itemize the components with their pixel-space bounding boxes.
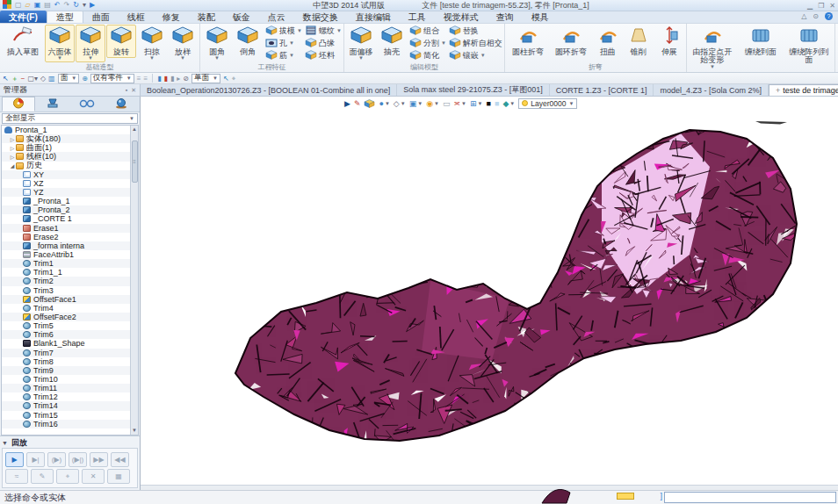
app-logo-icon[interactable] (3, 0, 11, 11)
tree-item-erase1[interactable]: Erase1 (2, 224, 130, 233)
manager-tab-visibility-manager[interactable] (70, 97, 104, 112)
plane-display-icon[interactable]: ▣▼ (409, 98, 423, 109)
tree-item-xz[interactable]: XZ (2, 179, 130, 188)
ribbon-button--[interactable]: 拉伸▼ (76, 25, 105, 62)
pick-first-icon[interactable]: ▮ (157, 74, 161, 83)
scroll-up-icon[interactable]: ▲ (132, 126, 137, 133)
group-icon[interactable]: ≡ (143, 74, 148, 83)
document-tab-5[interactable]: +teste de trimagem-55.Z3 - [Pronta_1]× (769, 84, 838, 96)
remove-from-selection-icon[interactable]: − (21, 74, 25, 83)
close-button[interactable]: ✕ (829, 2, 835, 10)
expander-closed-icon[interactable]: ▷ (9, 136, 16, 142)
add-to-selection-icon[interactable]: ＋ (11, 74, 18, 83)
tree-item-blank1_shape[interactable]: Blank1_Shape (2, 339, 130, 348)
ribbon-button--[interactable]: 抽壳 (377, 25, 407, 58)
tree-item-trim10[interactable]: Trim10 (2, 375, 130, 384)
tree-item-_corte-1[interactable]: _CORTE 1 (2, 214, 130, 223)
restore-button[interactable]: ❒ (818, 2, 824, 10)
save-icon[interactable]: ▣ (34, 1, 41, 10)
ribbon-button--[interactable]: 坯料 (305, 49, 342, 61)
history-dropdown-icon[interactable]: ▾ (83, 1, 86, 10)
ribbon-button--[interactable]: 由指定点开始变形▼ (689, 25, 736, 71)
settings-icon[interactable]: ⊙ (813, 12, 819, 20)
scroll-thumb[interactable]: ≡ (132, 140, 138, 183)
ribbon-button--[interactable]: 锥削 (624, 25, 654, 58)
ribbon-tab-assembly[interactable]: 装配 (189, 11, 224, 23)
window-select-icon[interactable]: ▢▾ (27, 74, 38, 83)
document-tab-4[interactable]: model_4.Z3 - [Sola Com 2%] (654, 84, 769, 96)
ribbon-tab-surface[interactable]: 曲面 (83, 11, 119, 23)
tree-item-_pronta_2[interactable]: _Pronta_2 (2, 205, 130, 214)
section-view-icon[interactable]: ≍▼ (454, 98, 467, 109)
tree-item-erase2[interactable]: Erase2 (2, 233, 130, 241)
tree-item-trim6[interactable]: Trim6 (2, 330, 130, 339)
tree-item-trim3[interactable]: Trim3 (2, 286, 130, 295)
ribbon-tab-file[interactable]: 文件(F) (0, 11, 47, 23)
open-file-icon[interactable]: ▱ (25, 1, 31, 10)
minimize-button[interactable]: ▁ (807, 2, 813, 10)
tree-item-trim1[interactable]: Trim1 (2, 259, 130, 268)
tree-item-trim4[interactable]: Trim4 (2, 304, 130, 313)
polygon-select-icon[interactable]: ◇ (40, 74, 46, 83)
ribbon-button--[interactable]: 扭曲 (593, 25, 623, 58)
tree-scrollbar[interactable]: ▲ ≡ ▼ (130, 126, 138, 435)
ribbon-button--[interactable]: 放样▼ (168, 25, 198, 62)
material-mode-icon[interactable]: ◆▼ (502, 98, 515, 109)
ribbon-button--[interactable]: 插入草图 (2, 25, 44, 58)
document-tab-2[interactable]: Sola max steel 29-21075.Z3 - [草图001] (397, 84, 550, 96)
undo-icon[interactable]: ↶ (54, 1, 61, 10)
ribbon-tab-shape[interactable]: 造型 (47, 11, 83, 23)
tree-item-trim16[interactable]: Trim16 (2, 420, 130, 428)
tree-filter-select[interactable]: 全部显示 ▼ (2, 113, 138, 124)
selection-arrow-icon[interactable]: ↖ (3, 74, 9, 83)
tree-item-pronta_1[interactable]: Pronta_1 (2, 126, 130, 134)
help-icon[interactable]: ? (825, 12, 833, 20)
foreground-color-swatch[interactable]: ■ (487, 98, 491, 109)
document-tab-1[interactable]: Boolean_Operation20130726.Z3 - [BOOLEAN … (141, 84, 397, 96)
ribbon-tab-direct-edit[interactable]: 直接编辑 (347, 11, 400, 23)
ribbon-button--[interactable]: 倒角 (233, 25, 263, 58)
tree-item-trim7[interactable]: Trim7 (2, 349, 130, 357)
tree-item-trim1_1[interactable]: Trim1_1 (2, 268, 130, 277)
pick-last-icon[interactable]: ▸ (177, 74, 180, 83)
fast-forward-button[interactable]: ▶▶ (90, 452, 108, 467)
expander-closed-icon[interactable]: ▷ (9, 145, 16, 151)
ribbon-button--[interactable]: 面偏移▼ (346, 25, 376, 62)
ribbon-button--[interactable]: 六面体▼ (45, 25, 75, 62)
tree-item-trim15[interactable]: Trim15 (2, 411, 130, 420)
new-file-icon[interactable]: ▢ (15, 1, 22, 10)
tree-item-xy[interactable]: XY (2, 170, 130, 179)
play-from-current-button[interactable]: (▶) (47, 452, 66, 467)
manager-tab-assembly-manager[interactable] (36, 97, 69, 112)
play-to-current-button[interactable]: (▶|) (69, 452, 87, 467)
step-to-end-button[interactable]: ▶| (26, 452, 45, 467)
panel-close-icon[interactable]: ✕ (131, 87, 136, 94)
image-tool-button[interactable]: ▦ (107, 469, 130, 484)
collapse-triangle-icon[interactable]: ▼ (2, 440, 8, 446)
model-canvas-sole-lattice[interactable] (141, 97, 838, 485)
no-filter-icon[interactable]: ⊘ (183, 74, 189, 83)
tree-item-_pronta_1[interactable]: _Pronta_1 (2, 197, 130, 205)
ribbon-tab-wireframe[interactable]: 线框 (119, 11, 154, 23)
ribbon-button--[interactable]: 缠绕到面 (737, 25, 784, 58)
ribbon-tab-repair[interactable]: 修复 (154, 11, 189, 23)
part-scope-icon[interactable]: ⊕ (82, 74, 88, 83)
pick-next-icon[interactable]: ▮ (170, 74, 174, 83)
tree-item-trim9[interactable]: Trim9 (2, 366, 130, 375)
ribbon-button--[interactable]: 简化 (409, 49, 446, 61)
tree-item--180-[interactable]: ▷实体(180) (2, 134, 130, 143)
expander-open-icon[interactable]: ◢ (9, 162, 16, 169)
tree-item--[interactable]: ◢历史 (2, 162, 130, 170)
collapse-ribbon-icon[interactable]: △ (801, 12, 806, 20)
tree-item-trim11[interactable]: Trim11 (2, 384, 130, 392)
tree-item--1-[interactable]: ▷曲面(1) (2, 143, 130, 152)
tree-item-trim12[interactable]: Trim12 (2, 392, 130, 401)
tree-item-yz[interactable]: YZ (2, 188, 130, 197)
single-view-icon[interactable]: ▭ (443, 98, 451, 109)
pick-red-icon[interactable]: ▮ (164, 74, 168, 83)
ribbon-tab-point-cloud[interactable]: 点云 (259, 11, 294, 23)
pick-point-icon[interactable]: ↖ (223, 74, 229, 83)
show-target-icon[interactable] (364, 99, 375, 108)
3d-viewport[interactable]: ▶✎●▼◇▼▣▼◉▼▭≍▼⊞▼■■◆▼Layer0000▼ (141, 97, 838, 490)
tree-item--10-[interactable]: ▷线框(10) (2, 152, 130, 161)
